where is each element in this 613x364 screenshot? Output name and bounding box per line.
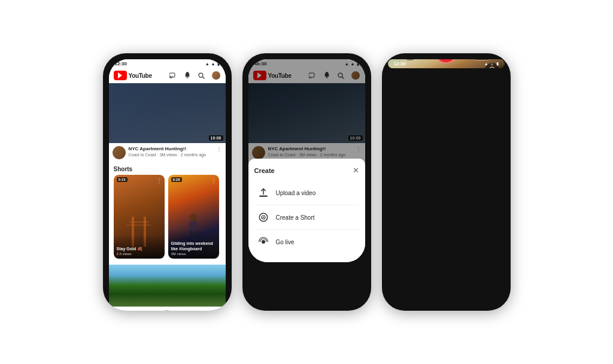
short-views-2: 3M views <box>171 252 216 256</box>
bottom-nav-1: ⌂ Home ◎ Explore + ⊞ Subscriptions ▤ Lib… <box>109 307 226 311</box>
short-thumb-2: 0:28 ⋮ Gliding into weekend like #longbo… <box>168 175 219 259</box>
shorts-row-1: 0:15 ⋮ Stay Gold 🍂 2.5 views <box>109 175 226 262</box>
short-info-1: Stay Gold 🍂 2.5 views <box>114 235 165 259</box>
notch-2 <box>290 53 323 59</box>
short-info-2: Gliding into weekend like #longboard 3M … <box>168 229 219 259</box>
youtube-header-1: YouTube <box>109 68 226 83</box>
camera-screen: 12:30 ▲ ▲ ▮ <box>388 59 505 68</box>
speed-icon <box>485 63 499 68</box>
channel-avatar-1 <box>113 146 126 159</box>
svg-rect-8 <box>259 196 268 197</box>
more-options-1[interactable]: ⋮ <box>216 146 222 153</box>
avatar-1[interactable] <box>211 71 221 80</box>
short-more-1[interactable]: ⋮ <box>156 177 162 184</box>
upload-video-label: Upload a video <box>276 190 316 196</box>
upload-video-item[interactable]: Upload a video <box>254 181 359 205</box>
video-title-1: NYC Apartment Hunting!! <box>129 146 213 152</box>
bell-icon[interactable] <box>183 71 192 80</box>
create-short-item[interactable]: Create a Short <box>254 205 359 229</box>
short-duration-1: 0:15 <box>117 177 128 182</box>
phone-2-screen: 4b:30 ▲ ▲ ▮ YouTube <box>248 59 365 262</box>
speed-btn[interactable]: Speed <box>485 63 499 68</box>
status-icons-1: ▲ ▲ ▮ <box>205 62 220 66</box>
go-live-item[interactable]: Go live <box>254 230 359 254</box>
nav-home-1[interactable]: ⌂ Home <box>109 310 132 311</box>
phone-3-screen: 12:30 ▲ ▲ ▮ <box>388 59 505 68</box>
nav-create-1[interactable]: + <box>156 310 179 311</box>
yt-header-icons-1 <box>168 71 221 80</box>
svg-point-11 <box>262 217 263 218</box>
video-thumbnail-1[interactable]: 10:00 <box>109 83 226 143</box>
short-views-1: 2.5 views <box>117 252 162 256</box>
create-icon: + <box>160 310 174 311</box>
short-duration-2: 0:28 <box>171 177 182 182</box>
phone-2: 4b:30 ▲ ▲ ▮ YouTube <box>242 53 371 311</box>
wifi-icon: ▲ <box>211 62 216 66</box>
yt-logo-text-1: YouTube <box>129 72 152 79</box>
modal-close-btn[interactable]: ✕ <box>353 166 359 175</box>
create-short-icon <box>257 211 270 224</box>
phone-1: 12:30 ▲ ▲ ▮ YouTube <box>103 53 232 311</box>
search-icon-1[interactable] <box>197 71 207 80</box>
short-card-2[interactable]: 0:28 ⋮ Gliding into weekend like #longbo… <box>168 175 219 259</box>
signal-icon: ▲ <box>205 62 210 66</box>
short-title-1: Stay Gold 🍂 <box>117 247 162 251</box>
cast-icon[interactable] <box>168 71 178 80</box>
create-modal-overlay[interactable]: Create ✕ Upload a video <box>248 59 365 262</box>
video-duration-1: 10:00 <box>209 135 223 141</box>
video-channel-1: Coast to Coast · 3M views · 2 months ago <box>129 153 213 157</box>
create-modal-sheet: Create ✕ Upload a video <box>248 159 365 262</box>
upload-icon <box>257 186 270 199</box>
notch-3 <box>430 53 463 59</box>
svg-point-2 <box>199 73 203 77</box>
modal-header: Create ✕ <box>254 166 359 175</box>
short-title-2: Gliding into weekend like #longboard <box>171 241 216 251</box>
home-icon: ⌂ <box>118 310 123 311</box>
svg-point-13 <box>489 67 495 68</box>
modal-title: Create <box>254 167 275 174</box>
flip-camera-btn[interactable] <box>402 59 418 60</box>
video-info-1: NYC Apartment Hunting!! Coast to Coast ·… <box>109 143 226 162</box>
battery-icon: ▮ <box>217 62 220 66</box>
screen-1: 12:30 ▲ ▲ ▮ YouTube <box>109 59 226 311</box>
phone-3: 12:30 ▲ ▲ ▮ <box>382 53 511 311</box>
yt-logo-1: YouTube <box>114 71 152 80</box>
short-more-2[interactable]: ⋮ <box>211 177 217 184</box>
video-meta-1: NYC Apartment Hunting!! Coast to Coast ·… <box>129 146 213 157</box>
camera-right-controls: Speed Timer <box>485 63 499 68</box>
svg-point-12 <box>262 240 265 244</box>
short-card-1[interactable]: 0:15 ⋮ Stay Gold 🍂 2.5 views <box>114 175 165 259</box>
short-thumb-1: 0:15 ⋮ Stay Gold 🍂 2.5 views <box>114 175 165 259</box>
upload-label: Upload <box>474 59 490 60</box>
svg-rect-1 <box>186 77 188 78</box>
create-short-label: Create a Short <box>276 214 315 221</box>
shorts-label-1: Shorts <box>109 162 226 175</box>
go-live-label: Go live <box>276 239 295 245</box>
camera-bottom-controls: Upload <box>388 59 505 63</box>
landscape-image-1 <box>109 265 226 307</box>
svg-line-3 <box>202 77 205 79</box>
notch-1 <box>151 53 184 59</box>
go-live-icon <box>257 235 270 248</box>
status-bar-1: 12:30 ▲ ▲ ▮ <box>109 59 226 68</box>
phone-1-screen: 12:30 ▲ ▲ ▮ YouTube <box>109 59 226 311</box>
youtube-logo-icon-1 <box>114 71 127 80</box>
screen-2: 4b:30 ▲ ▲ ▮ YouTube <box>248 59 365 262</box>
upload-thumb-btn[interactable]: Upload <box>474 59 490 60</box>
status-time-1: 12:30 <box>115 61 127 66</box>
record-btn[interactable] <box>435 59 457 63</box>
